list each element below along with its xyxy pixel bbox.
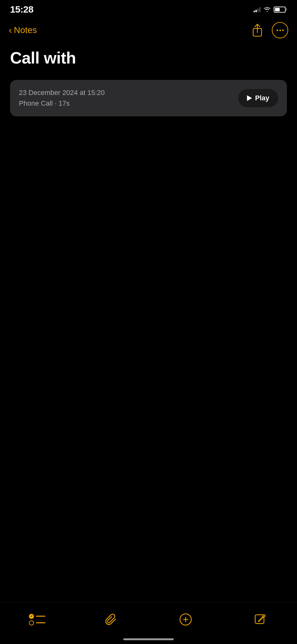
nav-actions: [249, 22, 288, 38]
edit-button[interactable]: [247, 610, 272, 629]
share-button[interactable]: [249, 22, 266, 38]
back-label: Notes: [14, 25, 37, 35]
more-button[interactable]: [272, 22, 288, 38]
checklist-icon: ✓: [29, 614, 45, 625]
status-time: 15:28: [10, 4, 33, 15]
play-label: Play: [255, 94, 269, 102]
recording-card: 23 December 2024 at 15:20 Phone Call · 1…: [10, 80, 287, 116]
checklist-button[interactable]: ✓: [25, 610, 50, 629]
attachment-icon: [105, 613, 118, 626]
back-button[interactable]: ‹ Notes: [9, 25, 37, 36]
status-bar: 15:28: [0, 0, 297, 17]
home-indicator: [123, 638, 174, 640]
share-icon: [252, 24, 263, 37]
compose-icon: [179, 613, 192, 626]
play-button[interactable]: Play: [238, 89, 278, 107]
svg-rect-5: [255, 615, 264, 624]
recording-info: 23 December 2024 at 15:20 Phone Call · 1…: [19, 89, 105, 108]
compose-button[interactable]: [173, 610, 198, 629]
toolbar-items: ✓: [0, 610, 297, 629]
note-title[interactable]: Call with: [0, 43, 297, 75]
wifi-icon: [264, 7, 271, 12]
nav-bar: ‹ Notes: [0, 17, 297, 43]
attachment-button[interactable]: [99, 610, 124, 629]
chevron-left-icon: ‹: [9, 25, 12, 36]
edit-icon: [253, 613, 266, 626]
play-icon: [247, 95, 252, 101]
status-icons: [254, 7, 287, 13]
more-icon: [272, 22, 288, 38]
recording-date: 23 December 2024 at 15:20: [19, 89, 105, 97]
recording-meta: Phone Call · 17s: [19, 99, 105, 108]
bottom-toolbar: ✓: [0, 602, 297, 644]
battery-icon: [274, 7, 287, 13]
signal-icon: [254, 7, 261, 12]
